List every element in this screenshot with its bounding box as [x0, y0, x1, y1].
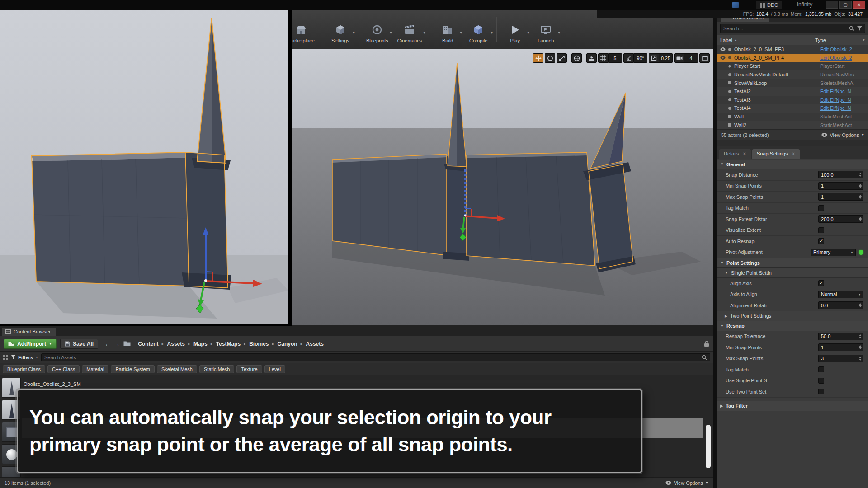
- angle-snap-value[interactable]: 90°: [634, 53, 647, 63]
- scale-tool-button[interactable]: [557, 53, 567, 63]
- outliner-row[interactable]: Obolisk_2_0_SM_PF3 Edit Obolisk_2: [717, 45, 868, 54]
- tag-match-checkbox[interactable]: [818, 205, 824, 211]
- dropdown-chevron-icon[interactable]: ▼: [459, 31, 462, 34]
- filter-chip[interactable]: Blueprint Class: [3, 365, 45, 373]
- wall-mesh-left[interactable]: [332, 154, 447, 255]
- filter-icon[interactable]: [857, 26, 862, 31]
- close-tab-icon[interactable]: ✕: [792, 151, 795, 156]
- camera-icon[interactable]: [674, 53, 684, 63]
- snap-extent-distance-field[interactable]: 200.0: [818, 215, 863, 223]
- viewport-scene[interactable]: [288, 49, 713, 325]
- outliner-row[interactable]: RecastNavMesh-Default RecastNavMes: [717, 70, 868, 79]
- visualize-extent-checkbox[interactable]: [818, 227, 824, 233]
- ddc-button[interactable]: DDC: [756, 1, 782, 9]
- save-all-button[interactable]: Save All: [60, 339, 98, 349]
- snap-distance-field[interactable]: 100.0: [818, 171, 863, 178]
- min-snap-points-field[interactable]: 1: [818, 182, 863, 190]
- wall-mesh-right[interactable]: [467, 152, 595, 266]
- filter-chip[interactable]: Texture: [236, 365, 262, 373]
- camera-speed-control[interactable]: 4: [674, 53, 698, 63]
- spinner-icon[interactable]: [859, 184, 863, 188]
- rotate-tool-button[interactable]: [545, 53, 555, 63]
- section-single-point[interactable]: ▼ Single Point Settin: [717, 268, 868, 278]
- spinner-icon[interactable]: [859, 217, 863, 221]
- section-point-settings[interactable]: ▼ Point Settings: [717, 258, 868, 268]
- filter-chip[interactable]: Static Mesh: [199, 365, 234, 373]
- align-axis-checkbox[interactable]: ✓: [818, 280, 824, 286]
- dropdown-chevron-icon[interactable]: ▼: [352, 31, 355, 34]
- scale-snap-icon[interactable]: [649, 53, 659, 63]
- filter-chip[interactable]: Particle System: [111, 365, 154, 373]
- filter-chip[interactable]: Level: [264, 365, 285, 373]
- angle-snap-icon[interactable]: [623, 53, 634, 63]
- pivot-adjustment-dropdown[interactable]: Primary▼: [811, 249, 856, 256]
- section-general[interactable]: ▼ General: [717, 160, 868, 169]
- outliner-row[interactable]: TestAI3 Edit ElfNpc_N: [717, 96, 868, 104]
- column-options-icon[interactable]: ▼: [862, 38, 865, 42]
- add-import-button[interactable]: Add/Import ▼: [4, 339, 57, 349]
- dropdown-chevron-icon[interactable]: ▼: [527, 31, 530, 34]
- spinner-icon[interactable]: [859, 195, 863, 199]
- blueprints-button[interactable]: Blueprints ▼: [363, 21, 392, 46]
- grid-snap-value[interactable]: 5: [609, 53, 622, 63]
- resnap-tag-match-checkbox[interactable]: [818, 366, 824, 372]
- outliner-column-header[interactable]: Label▲ Type ▼: [717, 35, 868, 45]
- cinematics-button[interactable]: Cinematics ▼: [394, 21, 425, 46]
- max-snap-points-field[interactable]: 1: [818, 193, 863, 201]
- breadcrumb-item[interactable]: Maps: [193, 341, 208, 347]
- grid-snap-control[interactable]: 5: [598, 53, 622, 63]
- surface-snap-button[interactable]: [586, 53, 597, 63]
- outliner-row[interactable]: Wall2 StaticMeshAct: [717, 121, 868, 129]
- content-browser-tab[interactable]: Content Browser: [2, 328, 56, 336]
- use-single-point-checkbox[interactable]: [818, 378, 824, 384]
- type-link[interactable]: Edit ElfNpc_N: [820, 105, 867, 111]
- outliner-view-options[interactable]: View Options ▼: [821, 132, 864, 138]
- outliner-search-input[interactable]: [723, 26, 846, 31]
- spinner-icon[interactable]: [859, 345, 863, 349]
- minimize-button[interactable]: –: [826, 1, 838, 9]
- asset-search-box[interactable]: [41, 353, 710, 361]
- compile-button[interactable]: Compile ▼: [464, 21, 493, 46]
- scale-snap-value[interactable]: 0.25: [659, 53, 673, 63]
- section-two-point[interactable]: ▶ Two Point Settings: [717, 311, 868, 321]
- snap-settings-tab[interactable]: Snap Settings✕: [752, 149, 800, 159]
- close-button[interactable]: ✕: [853, 1, 865, 9]
- settings-button[interactable]: Settings ▼: [326, 21, 355, 46]
- details-tab[interactable]: Details✕: [719, 149, 751, 159]
- dropdown-chevron-icon[interactable]: ▼: [423, 31, 426, 34]
- axis-to-align-dropdown[interactable]: Normal▼: [818, 291, 863, 298]
- outliner-row[interactable]: SlowWalkLoop SkeletalMeshA: [717, 79, 868, 87]
- type-column-header[interactable]: Type: [815, 38, 862, 43]
- filter-chip[interactable]: Skeletal Mesh: [157, 365, 197, 373]
- camera-speed-value[interactable]: 4: [684, 53, 698, 63]
- type-link[interactable]: Edit Obolisk_2: [820, 55, 867, 61]
- outliner-row[interactable]: Player Start PlayerStart: [717, 62, 868, 70]
- section-resnap[interactable]: ▼ Resnap: [717, 321, 868, 331]
- outliner-row[interactable]: TestAI4 Edit ElfNpc_N: [717, 104, 868, 113]
- alignment-rotation-field[interactable]: 0.0: [818, 301, 863, 309]
- section-tag-filter[interactable]: ▶ Tag Filter: [717, 401, 868, 411]
- breadcrumb-item[interactable]: Biomes: [249, 341, 269, 347]
- filter-chip[interactable]: Material: [82, 365, 108, 373]
- resnap-tolerance-field[interactable]: 50.0: [818, 333, 863, 340]
- grid-snap-icon[interactable]: [598, 53, 609, 63]
- maximize-button[interactable]: ▢: [839, 1, 852, 9]
- type-link[interactable]: Edit ElfNpc_N: [820, 97, 867, 103]
- auto-resnap-checkbox[interactable]: ✓: [818, 238, 824, 244]
- outliner-row[interactable]: Wall StaticMeshAct: [717, 113, 868, 121]
- spinner-icon[interactable]: [859, 303, 863, 307]
- translate-tool-button[interactable]: [533, 53, 543, 63]
- spinner-icon[interactable]: [859, 357, 863, 361]
- eye-icon[interactable]: [719, 56, 726, 60]
- type-link[interactable]: Edit Obolisk_2: [820, 47, 867, 52]
- filter-chip[interactable]: C++ Class: [47, 365, 80, 373]
- resnap-max-snap-points-field[interactable]: 3: [818, 355, 863, 362]
- content-browser-view-options[interactable]: View Options ▼: [665, 480, 708, 486]
- play-button[interactable]: Play ▼: [500, 21, 529, 46]
- forward-button[interactable]: →: [113, 340, 120, 347]
- breadcrumb-item[interactable]: Canyon: [278, 341, 297, 347]
- use-two-point-checkbox[interactable]: [818, 389, 824, 394]
- dropdown-chevron-icon[interactable]: ▼: [490, 31, 493, 34]
- spinner-icon[interactable]: [859, 334, 863, 338]
- outliner-row-selected[interactable]: Obolisk_2_0_SM_PF4 Edit Obolisk_2: [717, 54, 868, 62]
